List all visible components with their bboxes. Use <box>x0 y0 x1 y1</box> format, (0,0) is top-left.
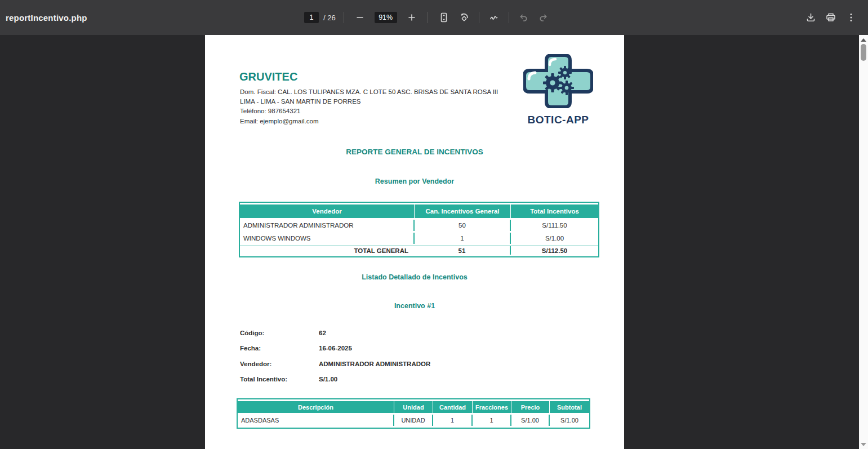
page-count-label: / 26 <box>323 14 336 22</box>
company-phone: Teléfono: 987654321 <box>240 106 498 116</box>
company-name: GRUVITEC <box>239 70 297 83</box>
rotate-icon <box>459 12 470 23</box>
print-icon <box>825 12 836 23</box>
medical-cross-gears-icon <box>523 54 593 108</box>
document-title: reportIncentivo.php <box>6 0 87 35</box>
field-row: Código: 62 <box>240 330 430 345</box>
toolbar-center-controls: / 26 91% <box>304 0 551 35</box>
summary-col-header: Total Incentivos <box>510 205 598 218</box>
items-table: Descripción Unidad Cantidad Fracciones P… <box>237 398 590 429</box>
company-email: Email: ejemplo@gmail.com <box>240 117 498 126</box>
redo-button[interactable] <box>535 10 551 25</box>
undo-icon <box>518 12 529 23</box>
items-header-row: Descripción Unidad Cantidad Fracciones P… <box>238 401 589 413</box>
company-address-line: LIMA - LIMA - SAN MARTIN DE PORRES <box>240 97 498 106</box>
field-value: S/1.00 <box>319 376 337 391</box>
quantity-cell: 1 <box>433 415 472 426</box>
page-number-input[interactable] <box>304 12 319 23</box>
items-col-header: Descripción <box>238 401 394 413</box>
fractions-cell: 1 <box>472 415 511 426</box>
field-value: 16-06-2025 <box>319 345 352 360</box>
summary-total-row: TOTAL GENERAL 51 S/112.50 <box>240 246 598 255</box>
items-col-header: Subtotal <box>549 401 589 413</box>
items-col-header: Cantidad <box>433 401 472 413</box>
summary-col-header: Can. Incentivos General <box>414 205 510 218</box>
summary-header-row: Vendedor Can. Incentivos General Total I… <box>240 205 598 218</box>
pdf-canvas: GRUVITEC Dom. Fiscal: CAL. LOS TULIPANES… <box>0 35 868 449</box>
detail-section-title: Listado Detallado de Incentivos <box>205 273 624 281</box>
draw-icon <box>488 12 500 23</box>
total-general-count: 51 <box>414 246 510 255</box>
toolbar-right-controls <box>803 0 859 35</box>
draw-button[interactable] <box>486 10 502 25</box>
field-value: ADMINISTRADOR ADMINISTRADOR <box>319 361 430 376</box>
fit-to-page-button[interactable] <box>436 10 452 25</box>
field-value: 62 <box>319 330 326 345</box>
incentive-fields: Código: 62 Fecha: 16-06-2025 Vendedor: A… <box>240 330 430 392</box>
description-cell: ADASDASAS <box>238 415 394 426</box>
table-row: WINDOWS WINDOWS 1 S/1.00 <box>240 233 598 244</box>
download-icon <box>805 12 816 23</box>
field-row: Fecha: 16-06-2025 <box>240 345 430 360</box>
company-address-line: Dom. Fiscal: CAL. LOS TULIPANES MZA. C L… <box>240 87 498 97</box>
items-col-header: Fracciones <box>472 401 511 413</box>
items-col-header: Precio <box>511 401 549 413</box>
toolbar-divider <box>479 12 479 23</box>
toolbar-divider <box>344 12 344 23</box>
company-logo: BOTIC-APP <box>523 54 594 126</box>
summary-col-header: Vendedor <box>240 205 414 218</box>
scrollbar-thumb[interactable] <box>861 44 866 61</box>
download-button[interactable] <box>803 10 818 25</box>
total-cell: S/1.00 <box>510 233 598 244</box>
summary-section-title: Resumen por Vendedor <box>205 177 624 185</box>
zoom-in-icon <box>407 12 417 23</box>
field-label: Fecha: <box>240 345 319 360</box>
zoom-out-icon <box>355 12 365 23</box>
toolbar-divider <box>509 12 509 23</box>
scroll-down-arrow-icon[interactable] <box>861 443 866 446</box>
unit-cell: UNIDAD <box>394 415 433 426</box>
vendor-cell: WINDOWS WINDOWS <box>240 233 414 244</box>
summary-table-body: ADMINISTRADOR ADMINISTRADOR 50 S/111.50 … <box>240 220 598 244</box>
logo-text: BOTIC-APP <box>523 114 594 126</box>
scroll-up-arrow-icon[interactable] <box>861 38 866 42</box>
zoom-out-button[interactable] <box>352 10 368 25</box>
pdf-toolbar: reportIncentivo.php / 26 91% <box>0 0 868 35</box>
field-row: Vendedor: ADMINISTRADOR ADMINISTRADOR <box>240 361 430 376</box>
summary-table: Vendedor Can. Incentivos General Total I… <box>239 202 599 257</box>
undo-button[interactable] <box>516 10 532 25</box>
zoom-in-button[interactable] <box>404 10 420 25</box>
field-row: Total Incentivo: S/1.00 <box>240 376 430 391</box>
report-title: REPORTE GENERAL DE INCENTIVOS <box>205 148 624 156</box>
print-button[interactable] <box>823 10 839 25</box>
fit-to-page-icon <box>438 12 449 23</box>
total-cell: S/111.50 <box>510 220 598 231</box>
price-cell: S/1.00 <box>511 415 549 426</box>
vertical-scrollbar[interactable] <box>859 35 868 449</box>
count-cell: 50 <box>414 220 510 231</box>
table-row: ADASDASAS UNIDAD 1 1 S/1.00 S/1.00 <box>238 415 589 426</box>
subtotal-cell: S/1.00 <box>549 415 589 426</box>
rotate-button[interactable] <box>456 10 472 25</box>
items-col-header: Unidad <box>394 401 433 413</box>
pdf-page: GRUVITEC Dom. Fiscal: CAL. LOS TULIPANES… <box>205 35 624 449</box>
table-row: ADMINISTRADOR ADMINISTRADOR 50 S/111.50 <box>240 220 598 231</box>
items-table-body: ADASDASAS UNIDAD 1 1 S/1.00 S/1.00 <box>238 415 589 426</box>
zoom-level-value[interactable]: 91% <box>375 12 397 23</box>
total-general-label: TOTAL GENERAL <box>240 246 414 255</box>
more-options-icon <box>846 12 856 23</box>
company-address: Dom. Fiscal: CAL. LOS TULIPANES MZA. C L… <box>240 87 498 126</box>
toolbar-divider <box>428 12 428 23</box>
count-cell: 1 <box>414 233 510 244</box>
total-general-amount: S/112.50 <box>510 246 598 255</box>
field-label: Código: <box>240 330 319 345</box>
field-label: Total Incentivo: <box>240 376 319 391</box>
redo-icon <box>537 12 549 23</box>
more-options-button[interactable] <box>843 10 859 25</box>
vendor-cell: ADMINISTRADOR ADMINISTRADOR <box>240 220 414 231</box>
field-label: Vendedor: <box>240 361 319 376</box>
incentive-title: Incentivo #1 <box>205 302 624 310</box>
